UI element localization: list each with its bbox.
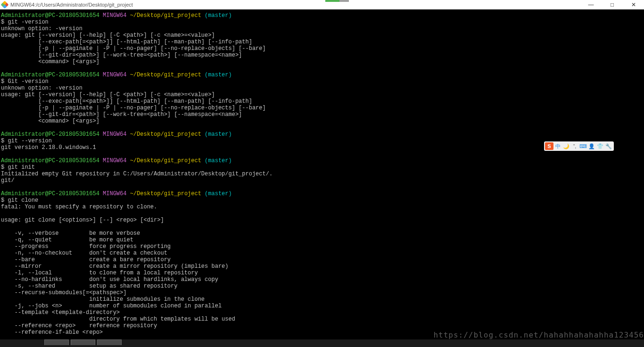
output-line <box>1 151 643 157</box>
output-line: [--git-dir=<path>] [--work-tree=<path>] … <box>1 111 643 118</box>
output-line: <command> [<args>] <box>1 58 643 65</box>
output-line <box>1 65 643 72</box>
output-line: [-p | --paginate | -P | --no-pager] [--n… <box>1 45 643 52</box>
output-line <box>1 223 643 230</box>
output-line: -j, --jobs <n> number of submodules clon… <box>1 303 643 309</box>
ime-button[interactable]: 👤 <box>587 142 596 150</box>
prompt-path: ~/Desktop/git_project <box>130 72 201 78</box>
output-line: usage: git clone [<options>] [--] <repo>… <box>1 217 643 223</box>
output-line: fatal: You must specify a repository to … <box>1 204 643 210</box>
prompt-user: Administrator@PC-201805301654 <box>1 131 99 138</box>
prompt-user: Administrator@PC-201805301654 <box>1 190 99 197</box>
ime-button[interactable]: ⌨ <box>579 142 587 150</box>
prompt-sys: MINGW64 <box>103 131 126 138</box>
prompt-sys: MINGW64 <box>103 12 126 19</box>
ime-button[interactable]: 🔧 <box>604 142 613 150</box>
taskbar-button[interactable] <box>71 339 95 345</box>
prompt-path: ~/Desktop/git_project <box>130 190 201 197</box>
output-line: usage: git [--version] [--help] [-C <pat… <box>1 32 643 39</box>
output-line: --reference <repo> reference repository <box>1 322 643 329</box>
output-line <box>1 184 643 190</box>
prompt-line: Administrator@PC-201805301654 MINGW64 ~/… <box>1 131 643 138</box>
window-titlebar: MINGW64:/c/Users/Administrator/Desktop/g… <box>0 0 644 9</box>
output-line: [--git-dir=<path>] [--work-tree=<path>] … <box>1 52 643 58</box>
output-line: -l, --local to clone from a local reposi… <box>1 270 643 276</box>
terminal-output[interactable]: Administrator@PC-201805301654 MINGW64 ~/… <box>0 9 644 338</box>
prompt-sys: MINGW64 <box>103 157 126 164</box>
command-line: $ git -version <box>1 19 643 25</box>
output-line: -v, --verbose be more verbose <box>1 230 643 237</box>
output-line: git/ <box>1 177 643 184</box>
prompt-path: ~/Desktop/git_project <box>130 157 201 164</box>
output-line: directory from which templates will be u… <box>1 316 643 322</box>
prompt-branch: (master) <box>205 190 232 197</box>
output-line: usage: git [--version] [--help] [-C <pat… <box>1 91 643 98</box>
output-line: initialize submodules in the clone <box>1 296 643 303</box>
window-controls: — □ ✕ <box>580 0 644 9</box>
prompt-branch: (master) <box>205 72 232 78</box>
window-title: MINGW64:/c/Users/Administrator/Desktop/g… <box>10 1 133 8</box>
prompt-path: ~/Desktop/git_project <box>130 131 201 138</box>
prompt-branch: (master) <box>205 131 232 138</box>
output-line <box>1 124 643 131</box>
taskbar-button[interactable] <box>44 339 69 345</box>
prompt-branch: (master) <box>205 12 232 19</box>
output-line: -n, --no-checkout don't create a checkou… <box>1 250 643 256</box>
watermark-text: https://blog.csdn.net/hahahhahahahha1234… <box>433 332 644 339</box>
prompt-user: Administrator@PC-201805301654 <box>1 12 99 19</box>
prompt-path: ~/Desktop/git_project <box>130 12 201 19</box>
output-line: --bare create a bare repository <box>1 256 643 263</box>
prompt-branch: (master) <box>205 157 232 164</box>
output-line: -q, --quiet be more quiet <box>1 237 643 243</box>
output-line: --no-hardlinks don't use local hardlinks… <box>1 276 643 283</box>
prompt-sys: MINGW64 <box>103 190 126 197</box>
ime-button[interactable]: ”, <box>570 142 579 150</box>
maximize-button[interactable]: □ <box>602 0 623 9</box>
close-button[interactable]: ✕ <box>623 0 644 9</box>
command-line: $ git clone <box>1 197 643 204</box>
output-line: --template <template-directory> <box>1 309 643 316</box>
taskbar <box>0 339 644 347</box>
output-line: --mirror create a mirror repository (imp… <box>1 263 643 270</box>
output-line: --progress force progress reporting <box>1 243 643 250</box>
prompt-line: Administrator@PC-201805301654 MINGW64 ~/… <box>1 12 643 19</box>
taskbar-button[interactable] <box>97 339 122 345</box>
output-line: [--exec-path[=<path>]] [--html-path] [--… <box>1 98 643 105</box>
ime-button[interactable]: 👕 <box>596 142 604 150</box>
output-line: [--exec-path[=<path>]] [--html-path] [--… <box>1 39 643 45</box>
ime-toolbar[interactable]: S中🌙”,⌨👤👕🔧 <box>544 141 614 151</box>
output-line: -s, --shared setup as shared repository <box>1 283 643 289</box>
sogou-logo-icon[interactable]: S <box>545 142 553 150</box>
app-logo-icon <box>1 1 9 9</box>
prompt-line: Administrator@PC-201805301654 MINGW64 ~/… <box>1 157 643 164</box>
prompt-sys: MINGW64 <box>103 72 126 78</box>
prompt-user: Administrator@PC-201805301654 <box>1 157 99 164</box>
prompt-user: Administrator@PC-201805301654 <box>1 72 99 78</box>
output-line: <command> [<args>] <box>1 118 643 124</box>
prompt-line: Administrator@PC-201805301654 MINGW64 ~/… <box>1 190 643 197</box>
title-progress-icon <box>325 0 349 2</box>
output-line <box>1 210 643 217</box>
output-line: unknown option: -version <box>1 85 643 91</box>
output-line: unknown option: -version <box>1 25 643 32</box>
output-line: [-p | --paginate | -P | --no-pager] [--n… <box>1 105 643 111</box>
output-line: --recurse-submodules[=<pathspec>] <box>1 289 643 296</box>
ime-button[interactable]: 中 <box>553 142 562 150</box>
minimize-button[interactable]: — <box>580 0 602 9</box>
command-line: $ Git -version <box>1 78 643 85</box>
ime-button[interactable]: 🌙 <box>562 142 570 150</box>
output-line: Initialized empty Git repository in C:/U… <box>1 171 643 177</box>
prompt-line: Administrator@PC-201805301654 MINGW64 ~/… <box>1 72 643 78</box>
command-line: $ git init <box>1 164 643 171</box>
